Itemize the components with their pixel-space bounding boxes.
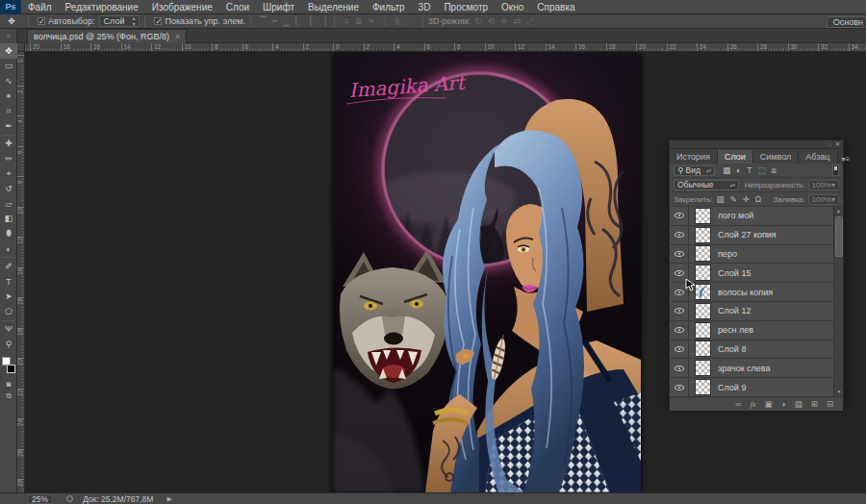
pen-tool[interactable]: ✐	[0, 259, 17, 274]
layer-row[interactable]: Слой 15	[670, 264, 843, 283]
panel-menu-icon[interactable]: ▾≡	[838, 155, 854, 164]
layer-thumbnail[interactable]	[695, 284, 711, 300]
layer-mask-icon[interactable]: ▣	[765, 399, 773, 409]
quick-mask-icon[interactable]: ◙	[0, 378, 17, 391]
eye-icon[interactable]	[675, 365, 684, 371]
layer-thumbnail[interactable]	[695, 322, 711, 339]
layer-thumbnail[interactable]	[695, 227, 711, 243]
eyedropper-tool[interactable]: ✒	[0, 118, 17, 134]
filter-adjustment-layers-icon[interactable]: ◐	[736, 165, 741, 176]
status-expand-icon[interactable]: ▶	[166, 495, 171, 503]
layer-visibility-cell[interactable]	[670, 226, 689, 244]
menu-справка[interactable]: Справка	[530, 0, 581, 14]
hand-tool[interactable]: Ψ	[0, 322, 17, 338]
dodge-tool[interactable]: ◐	[0, 241, 17, 257]
scrollbar-thumb[interactable]	[835, 216, 843, 257]
eraser-tool[interactable]: ▱	[0, 196, 17, 212]
filter-shape-layers-icon[interactable]: ⬚	[757, 165, 765, 176]
menu-файл[interactable]: Файл	[21, 0, 59, 14]
layer-row[interactable]: перо	[670, 245, 843, 265]
show-transform-controls-checkbox[interactable]: ✓	[154, 17, 162, 25]
healing-brush-tool[interactable]: ✚	[0, 137, 17, 152]
zoom-tool[interactable]: ⚲	[0, 337, 17, 352]
current-tool-icon[interactable]: ✥	[0, 16, 23, 26]
history-brush-tool[interactable]: ↺	[0, 181, 17, 196]
layer-name[interactable]: перо	[718, 249, 737, 259]
layer-name[interactable]: Слой 15	[718, 268, 751, 278]
type-tool[interactable]: T	[0, 274, 17, 290]
layer-name[interactable]: лого мой	[718, 211, 753, 220]
layer-group-icon[interactable]: ▤	[795, 399, 802, 409]
layer-visibility-cell[interactable]	[670, 245, 689, 264]
menu-изображение[interactable]: Изображение	[145, 0, 219, 14]
layer-row[interactable]: волосы копия	[670, 283, 843, 302]
layer-visibility-cell[interactable]	[670, 302, 689, 320]
menu-шрифт[interactable]: Шрифт	[256, 0, 301, 14]
menu-3d[interactable]: 3D	[412, 0, 438, 14]
layer-name[interactable]: Слой 27 копия	[718, 230, 777, 239]
blend-mode-dropdown[interactable]: Обычные ▴▾	[674, 180, 739, 190]
layer-thumbnail[interactable]	[695, 208, 711, 224]
lock-position-icon[interactable]: ✛	[743, 194, 750, 204]
screen-mode-icon[interactable]: ⧉	[0, 391, 17, 403]
brush-tool[interactable]: ✏	[0, 151, 17, 166]
auto-select-dropdown[interactable]: Слой ▴▾	[99, 15, 140, 27]
close-tab-icon[interactable]: ×	[175, 32, 180, 41]
menu-редактирование[interactable]: Редактирование	[59, 0, 145, 14]
document-tab[interactable]: волчица.psd @ 25% (Фон, RGB/8) ×	[27, 29, 187, 43]
layer-effects-icon[interactable]: fx	[750, 399, 755, 409]
filter-smart-objects-icon[interactable]: ⧈	[771, 165, 776, 176]
quick-selection-tool[interactable]: ✶	[0, 88, 17, 104]
layer-row[interactable]: Слой 27 копия	[670, 226, 843, 245]
menu-выделение[interactable]: Выделение	[301, 0, 366, 14]
layers-scrollbar[interactable]: ▲ ▼	[833, 207, 843, 396]
path-selection-tool[interactable]: ➤	[0, 290, 17, 305]
eye-icon[interactable]	[675, 232, 684, 238]
opacity-value-box[interactable]: 100% ▾	[808, 180, 839, 190]
eye-icon[interactable]	[675, 327, 684, 333]
scroll-down-icon[interactable]: ▼	[834, 388, 843, 396]
delete-layer-icon[interactable]: ⊟	[827, 399, 833, 409]
close-panel-icon[interactable]: ✕	[835, 141, 840, 147]
layer-row[interactable]: лого мой	[670, 207, 843, 226]
layer-row[interactable]: Слой 12	[670, 302, 843, 321]
vertical-ruler[interactable]: 0246810121416182022242628	[17, 52, 25, 492]
layer-thumbnail[interactable]	[695, 303, 711, 319]
layer-thumbnail[interactable]	[695, 360, 711, 376]
layer-name[interactable]: Слой 8	[718, 344, 746, 354]
eye-icon[interactable]	[675, 251, 684, 257]
workspace-switcher-button[interactable]: Основн	[827, 16, 866, 28]
color-swatches[interactable]	[0, 355, 17, 378]
gradient-tool[interactable]: ◧	[0, 212, 17, 227]
move-tool[interactable]: ✥	[0, 43, 17, 59]
filter-kind-dropdown[interactable]: ⚲ Вид ▴▾	[674, 165, 715, 176]
auto-select-checkbox[interactable]: ✓	[38, 17, 45, 25]
tab-слои[interactable]: Слои	[718, 150, 753, 164]
eye-icon[interactable]	[675, 270, 684, 276]
blur-tool[interactable]: ⬮	[0, 226, 17, 241]
tab-абзац[interactable]: Абзац	[799, 150, 837, 164]
layer-visibility-cell[interactable]	[670, 264, 689, 282]
layer-name[interactable]: Слой 9	[718, 383, 746, 392]
layer-visibility-cell[interactable]	[670, 207, 689, 225]
tab-символ[interactable]: Символ	[753, 150, 799, 164]
menu-окно[interactable]: Окно	[495, 0, 530, 14]
layer-name[interactable]: ресн лев	[718, 325, 753, 335]
lock-all-icon[interactable]: Ω	[755, 194, 761, 204]
menu-фильтр[interactable]: Фильтр	[366, 0, 412, 14]
adjustment-layer-icon[interactable]: ◑	[781, 399, 786, 409]
layer-row[interactable]: ресн лев	[670, 321, 843, 340]
layer-name[interactable]: волосы копия	[718, 288, 773, 297]
layer-thumbnail[interactable]	[695, 265, 711, 281]
link-layers-icon[interactable]: ∞	[735, 399, 741, 409]
collapse-panel-icon[interactable]: ⸬	[828, 141, 831, 147]
filter-pixel-layers-icon[interactable]: ▦	[723, 165, 730, 176]
filter-type-layers-icon[interactable]: T	[747, 165, 751, 176]
lock-pixels-icon[interactable]: ✎	[730, 194, 737, 204]
lock-transparency-icon[interactable]: ▨	[717, 194, 725, 204]
ruler-origin-corner[interactable]	[17, 43, 25, 52]
layer-visibility-cell[interactable]	[670, 321, 689, 340]
eye-icon[interactable]	[675, 385, 684, 391]
layer-visibility-cell[interactable]	[670, 359, 689, 377]
eye-icon[interactable]	[675, 346, 684, 352]
